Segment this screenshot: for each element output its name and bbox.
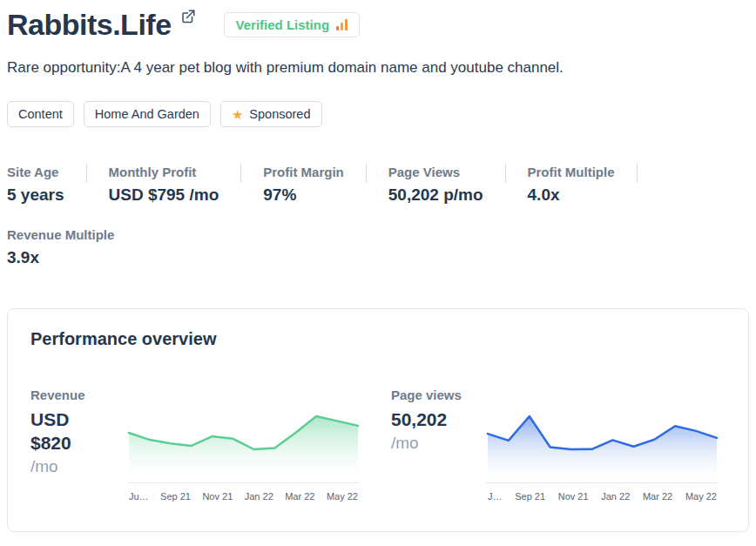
performance-overview-card: Performance overview Revenue USD $820 /m… [7, 308, 749, 532]
listing-description: Rare opportunity:A 4 year pet blog with … [7, 57, 749, 78]
divider [240, 164, 241, 183]
tag-sponsored[interactable]: ★ Sponsored [220, 101, 322, 127]
stat-value: 5 years [7, 184, 64, 206]
revenue-metric-label: Revenue [30, 387, 127, 403]
verified-listing-badge[interactable]: Verified Listing [224, 12, 361, 37]
revenue-chart-block: Revenue USD $820 /mo Ju…Sep 21Nov 21Jan … [30, 387, 360, 502]
stat-label: Site Age [7, 164, 64, 180]
revenue-currency: USD [30, 408, 127, 431]
stat-value: 50,202 p/mo [388, 184, 483, 206]
pageviews-axis-ticks: J…Sep 21Nov 21Jan 22Mar 22May 22 [486, 491, 719, 502]
axis-tick-label: Jan 22 [601, 491, 630, 502]
stat-page-views: Page Views 50,202 p/mo [388, 164, 483, 206]
bar-chart-icon [336, 19, 348, 30]
pageviews-period: /mo [391, 431, 486, 455]
axis-tick-label: May 22 [327, 491, 358, 502]
stat-label: Page Views [388, 164, 483, 180]
tag-content[interactable]: Content [7, 101, 74, 127]
tag-label: Content [18, 107, 63, 121]
stat-label: Monthly Profit [109, 164, 219, 180]
axis-tick-label: May 22 [685, 491, 717, 502]
pageviews-chart-block: Page views 50,202 /mo J…Sep 21Nov 21Jan … [391, 387, 719, 502]
revenue-sparkline [127, 409, 360, 486]
stat-profit-multiple: Profit Multiple 4.0x [528, 164, 615, 206]
card-title: Performance overview [30, 328, 726, 350]
stat-value: 97% [263, 184, 344, 206]
stat-value: 4.0x [528, 184, 615, 206]
tag-home-and-garden[interactable]: Home And Garden [84, 101, 211, 127]
revenue-metric: Revenue USD $820 /mo [30, 387, 127, 478]
divider [366, 164, 367, 183]
stats-row-2: Revenue Multiple 3.9x [7, 226, 749, 268]
stat-profit-margin: Profit Margin 97% [263, 164, 344, 206]
charts-row: Revenue USD $820 /mo Ju…Sep 21Nov 21Jan … [30, 387, 726, 502]
tag-label: Home And Garden [95, 107, 199, 121]
pageviews-amount: 50,202 [391, 408, 486, 431]
verified-listing-label: Verified Listing [236, 17, 330, 32]
axis-tick-label: Sep 21 [160, 491, 191, 502]
stat-revenue-multiple: Revenue Multiple 3.9x [7, 226, 114, 268]
axis-tick-label: Ju… [129, 491, 149, 502]
axis-tick-label: J… [488, 491, 503, 502]
stat-label: Profit Margin [263, 164, 344, 180]
tag-label: Sponsored [249, 107, 310, 121]
axis-tick-label: Nov 21 [558, 491, 589, 502]
tags-row: Content Home And Garden ★ Sponsored [7, 101, 749, 127]
revenue-chart: Ju…Sep 21Nov 21Jan 22Mar 22May 22 [127, 409, 360, 502]
stat-site-age: Site Age 5 years [7, 164, 64, 206]
stat-monthly-profit: Monthly Profit USD $795 /mo [109, 164, 219, 206]
pageviews-chart: J…Sep 21Nov 21Jan 22Mar 22May 22 [486, 409, 719, 502]
axis-tick-label: Mar 22 [643, 491, 672, 502]
stat-value: 3.9x [7, 246, 114, 268]
pageviews-metric: Page views 50,202 /mo [391, 387, 486, 455]
listing-page: Rabbits.Life Verified Listing Rare oppor… [0, 0, 756, 539]
stat-label: Profit Multiple [528, 164, 615, 180]
axis-tick-label: Jan 22 [245, 491, 273, 502]
stats-row-1: Site Age 5 years Monthly Profit USD $795… [7, 164, 749, 206]
axis-tick-label: Sep 21 [515, 491, 545, 502]
divider [86, 164, 87, 183]
header: Rabbits.Life Verified Listing [7, 7, 749, 42]
divider [505, 164, 506, 183]
revenue-amount: $820 [30, 431, 127, 455]
pageviews-metric-label: Page views [391, 387, 486, 403]
pageviews-sparkline [486, 409, 719, 486]
star-icon: ★ [232, 108, 243, 121]
axis-tick-label: Mar 22 [285, 491, 314, 502]
page-title: Rabbits.Life [7, 7, 172, 42]
revenue-axis-ticks: Ju…Sep 21Nov 21Jan 22Mar 22May 22 [127, 491, 360, 502]
divider [637, 164, 638, 183]
external-link-icon[interactable] [180, 9, 196, 28]
revenue-period: /mo [30, 455, 127, 478]
axis-tick-label: Nov 21 [202, 491, 233, 502]
stat-value: USD $795 /mo [109, 184, 219, 206]
stat-label: Revenue Multiple [7, 226, 114, 243]
